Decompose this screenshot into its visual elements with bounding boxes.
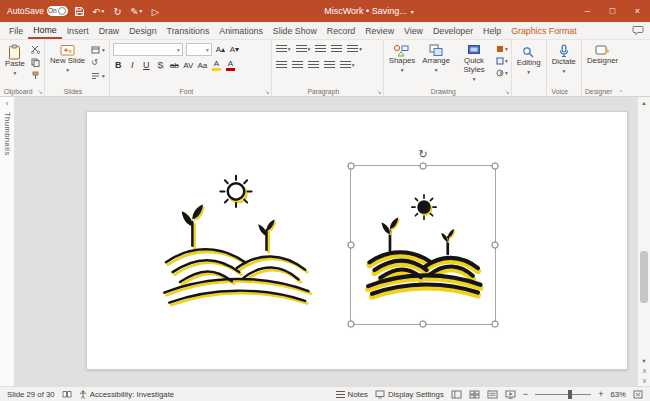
zoom-percentage[interactable]: 63% bbox=[610, 390, 626, 399]
italic-button[interactable]: I bbox=[127, 59, 138, 72]
resize-handle-e[interactable] bbox=[492, 242, 499, 249]
resize-handle-se[interactable] bbox=[492, 321, 499, 328]
expand-thumbnails-icon[interactable]: ‹ bbox=[6, 99, 9, 108]
text-shadow-button[interactable]: S bbox=[155, 59, 166, 72]
tab-review[interactable]: Review bbox=[360, 22, 399, 39]
format-painter-button[interactable] bbox=[30, 70, 41, 81]
farm-artwork-filled[interactable] bbox=[363, 177, 485, 313]
increase-indent-button[interactable] bbox=[330, 43, 343, 55]
tab-graphics-format[interactable]: Graphics Format bbox=[506, 22, 582, 39]
line-spacing-button[interactable]: ▾ bbox=[346, 43, 363, 55]
zoom-in-button[interactable]: + bbox=[598, 389, 603, 399]
reading-view-button[interactable] bbox=[487, 390, 498, 399]
tab-view[interactable]: View bbox=[399, 22, 428, 39]
section-button[interactable]: ▾ bbox=[90, 70, 106, 81]
shape-outline-button[interactable]: ▾ bbox=[496, 56, 508, 66]
fit-slide-button[interactable] bbox=[633, 390, 643, 399]
columns-button[interactable]: ▾ bbox=[339, 59, 356, 71]
paste-button[interactable]: Paste ▾ bbox=[3, 43, 27, 77]
font-color-button[interactable]: A bbox=[225, 59, 236, 72]
selection-box[interactable]: ↻ bbox=[350, 165, 496, 325]
thumbnails-panel-collapsed[interactable]: ‹ Thumbnails bbox=[0, 97, 15, 386]
scroll-up-button[interactable]: ▴ bbox=[642, 97, 645, 108]
previous-slide-button[interactable]: « bbox=[639, 369, 649, 373]
tab-draw[interactable]: Draw bbox=[94, 22, 125, 39]
slide-layout-button[interactable]: ▾ bbox=[90, 44, 106, 55]
autosave-toggle[interactable]: AutoSave On bbox=[7, 6, 68, 16]
comment-button[interactable] bbox=[632, 25, 644, 36]
vertical-scrollbar[interactable]: ▴ ▾ « » bbox=[637, 97, 650, 386]
save-button[interactable] bbox=[72, 3, 87, 19]
undo-button[interactable]: ↶ ▾ bbox=[91, 3, 106, 19]
clipboard-dialog-launcher[interactable]: ↘ bbox=[38, 88, 43, 95]
normal-view-button[interactable] bbox=[451, 390, 462, 399]
increase-font-size-button[interactable]: A▴ bbox=[215, 43, 226, 56]
farm-artwork-outline[interactable] bbox=[157, 170, 315, 310]
resize-handle-s[interactable] bbox=[420, 321, 427, 328]
tab-home[interactable]: Home bbox=[28, 22, 61, 39]
decrease-indent-button[interactable] bbox=[314, 43, 327, 55]
notes-button[interactable]: Notes bbox=[336, 390, 368, 399]
proofing-button[interactable] bbox=[62, 390, 72, 398]
maximize-button[interactable]: □ bbox=[600, 0, 625, 22]
resize-handle-nw[interactable] bbox=[348, 163, 355, 170]
scrollbar-thumb[interactable] bbox=[640, 251, 648, 303]
bullets-button[interactable]: ▾ bbox=[275, 43, 292, 55]
start-presentation-button[interactable]: ▷ bbox=[148, 3, 163, 19]
new-slide-button[interactable]: New Slide ▾ bbox=[48, 43, 87, 74]
tab-developer[interactable]: Developer bbox=[428, 22, 478, 39]
drawing-dialog-launcher[interactable]: ↘ bbox=[505, 88, 510, 95]
accessibility-checker[interactable]: Accessibility: Investigate bbox=[79, 390, 175, 399]
tab-animations[interactable]: Animations bbox=[214, 22, 268, 39]
cut-button[interactable] bbox=[30, 44, 41, 55]
copy-button[interactable] bbox=[30, 57, 41, 68]
paragraph-dialog-launcher[interactable]: ↘ bbox=[377, 88, 382, 95]
text-highlight-button[interactable]: A bbox=[211, 59, 222, 72]
justify-button[interactable] bbox=[323, 59, 336, 71]
tab-transitions[interactable]: Transitions bbox=[162, 22, 215, 39]
bold-button[interactable]: B bbox=[113, 59, 124, 72]
align-left-button[interactable] bbox=[275, 59, 288, 71]
tab-insert[interactable]: Insert bbox=[62, 22, 94, 39]
scrollbar-track[interactable] bbox=[638, 108, 650, 355]
arrange-button[interactable]: Arrange ▾ bbox=[420, 43, 452, 74]
font-name-combobox[interactable]: ▾ bbox=[113, 43, 183, 56]
next-slide-button[interactable]: » bbox=[639, 379, 649, 383]
shapes-button[interactable]: Shapes ▾ bbox=[387, 43, 417, 74]
redo-button[interactable]: ↻ bbox=[110, 3, 125, 19]
font-dialog-launcher[interactable]: ↘ bbox=[265, 88, 270, 95]
tab-record[interactable]: Record bbox=[322, 22, 360, 39]
rotate-handle[interactable]: ↻ bbox=[418, 149, 427, 160]
slide-show-view-button[interactable] bbox=[505, 390, 516, 399]
font-size-combobox[interactable]: ▾ bbox=[186, 43, 212, 56]
scroll-down-button[interactable]: ▾ bbox=[642, 355, 645, 366]
zoom-slider-thumb[interactable] bbox=[568, 390, 572, 399]
align-right-button[interactable] bbox=[307, 59, 320, 71]
align-center-button[interactable] bbox=[291, 59, 304, 71]
change-case-button[interactable]: Aa bbox=[197, 59, 208, 72]
character-spacing-button[interactable]: AV bbox=[183, 59, 194, 72]
underline-button[interactable]: U bbox=[141, 59, 152, 72]
tab-help[interactable]: Help bbox=[478, 22, 506, 39]
editing-button[interactable]: Editing ▾ bbox=[515, 45, 543, 76]
draw-button[interactable]: ✎ ▾ bbox=[129, 3, 144, 19]
tab-design[interactable]: Design bbox=[124, 22, 161, 39]
resize-handle-ne[interactable] bbox=[492, 163, 499, 170]
resize-handle-n[interactable] bbox=[420, 163, 427, 170]
zoom-out-button[interactable]: − bbox=[523, 389, 528, 399]
minimize-button[interactable]: – bbox=[575, 0, 600, 22]
designer-button[interactable]: Designer bbox=[585, 43, 620, 67]
document-title-area[interactable]: MiscWork • Saving... ▾ bbox=[163, 6, 575, 16]
close-button[interactable]: × bbox=[625, 0, 650, 22]
collapse-ribbon-button[interactable]: ^ bbox=[619, 89, 622, 95]
tab-slide-show[interactable]: Slide Show bbox=[268, 22, 322, 39]
numbering-button[interactable]: ▾ bbox=[295, 43, 312, 55]
dictate-button[interactable]: Dictate ▾ bbox=[550, 43, 578, 75]
resize-handle-w[interactable] bbox=[348, 242, 355, 249]
slide-canvas[interactable]: ↻ bbox=[15, 97, 637, 386]
resize-handle-sw[interactable] bbox=[348, 321, 355, 328]
tab-file[interactable]: File bbox=[4, 22, 28, 39]
display-settings-button[interactable]: Display Settings bbox=[375, 390, 444, 399]
decrease-font-size-button[interactable]: A▾ bbox=[229, 43, 240, 56]
reset-slide-button[interactable]: ↺ bbox=[90, 57, 106, 68]
